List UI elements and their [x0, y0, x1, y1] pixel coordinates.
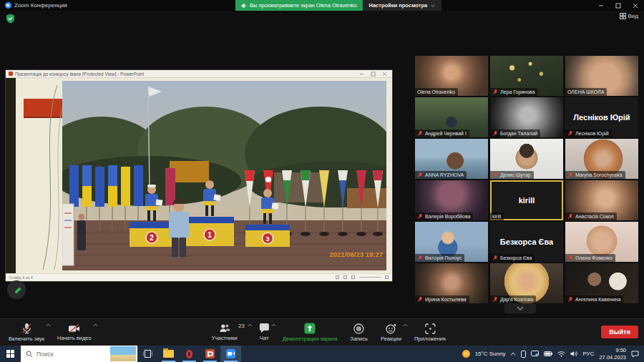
- ppt-restore-icon[interactable]: [371, 72, 376, 77]
- participant-tile[interactable]: Maryna Sorochynska: [565, 139, 638, 179]
- participant-tile[interactable]: Лесніков Юрій Лесніков Юрій: [565, 97, 638, 137]
- participant-tile-active-speaker[interactable]: kirill kirill: [490, 180, 563, 220]
- participant-tile[interactable]: Валерія Воробйова: [415, 180, 488, 220]
- weather-text[interactable]: 15°C Sunny: [475, 351, 506, 357]
- mic-muted-icon: [21, 323, 32, 334]
- clock[interactable]: 9:50 27.04.2023: [599, 347, 626, 361]
- camera-off-icon: [68, 323, 80, 333]
- share-screen-button[interactable]: Демонстрация экрана: [277, 319, 345, 346]
- participant-tile[interactable]: Анастасія Сокол: [565, 180, 638, 220]
- participant-name-label: Денис Шутар: [490, 171, 534, 179]
- meeting-info-shield-icon[interactable]: [6, 14, 15, 26]
- mic-muted-icon: [567, 214, 573, 220]
- slide-counter: Слайд 4 из 4: [9, 275, 33, 280]
- action-center-icon[interactable]: [631, 351, 639, 358]
- apps-button[interactable]: Приложения: [409, 319, 453, 346]
- participant-name-label: Андрей Чернвай І: [415, 129, 469, 137]
- participants-icon: [219, 323, 230, 333]
- battery-icon[interactable]: [544, 351, 552, 356]
- ppt-view-controls[interactable]: [336, 275, 389, 279]
- tray-expand-icon[interactable]: [510, 352, 516, 356]
- participant-name-label: Валерія Воробйова: [415, 212, 473, 220]
- annotate-button[interactable]: [7, 280, 26, 299]
- speaker-icon[interactable]: [570, 351, 577, 357]
- participant-name-label: Олена Фоменко: [565, 254, 615, 262]
- chevron-up-icon[interactable]: [46, 323, 51, 327]
- ppt-close-icon[interactable]: [382, 72, 387, 77]
- file-explorer-button[interactable]: [158, 346, 179, 362]
- svg-text:1: 1: [208, 231, 212, 239]
- participant-tile[interactable]: Дар'я Козлова: [490, 263, 563, 303]
- mic-muted-icon: [417, 172, 423, 178]
- mic-muted-icon: [492, 89, 498, 95]
- participant-name-label: ОЛЕНА ШКОЛА: [565, 88, 607, 96]
- powerpoint-statusbar: Слайд 4 из 4: [6, 273, 392, 280]
- participant-tile[interactable]: Олена Фоменко: [565, 222, 638, 262]
- participants-button[interactable]: Участники 23: [206, 319, 253, 346]
- window-title: Zoom Конференция: [14, 2, 67, 9]
- chat-button[interactable]: Чат: [253, 319, 277, 346]
- zoom-app-icon: [226, 349, 235, 358]
- slide-photo: 2 1 3: [62, 81, 386, 270]
- participant-tile[interactable]: Богдан Талалай: [490, 97, 563, 137]
- phone-icon[interactable]: [521, 351, 526, 358]
- chevron-up-icon[interactable]: [93, 323, 98, 327]
- more-participants-button[interactable]: [504, 303, 536, 313]
- weather-sun-icon[interactable]: [462, 350, 470, 358]
- search-icon: [26, 351, 33, 358]
- time-text: 9:50: [599, 347, 626, 353]
- powerpoint-titlebar: Презентація до конкурсу Івана [Protected…: [6, 70, 392, 78]
- cast-icon[interactable]: [531, 351, 539, 357]
- leave-button[interactable]: Выйти: [601, 326, 638, 338]
- start-button[interactable]: [0, 346, 21, 362]
- system-tray: 15°C Sunny РУС 9:50 27.04.2023: [462, 346, 644, 362]
- view-settings-button[interactable]: Настройки просмотра: [362, 0, 441, 11]
- zoom-app-button[interactable]: [220, 346, 241, 362]
- windows-taskbar: 15°C Sunny РУС 9:50 27.04.2023: [0, 346, 644, 362]
- participant-tile[interactable]: Вікторія Полоус: [415, 222, 488, 262]
- start-video-button[interactable]: Начать видео: [52, 319, 99, 346]
- participant-name-label: kirill: [490, 212, 504, 220]
- reactions-icon: [386, 323, 396, 334]
- participant-name-label: Анастасія Сокол: [565, 212, 617, 220]
- app-title-area: Zoom Конференция: [0, 2, 67, 9]
- close-button[interactable]: [627, 0, 644, 11]
- mic-muted-icon: [417, 131, 423, 137]
- powerpoint-file-icon: [9, 72, 13, 76]
- participant-tile[interactable]: Ирина Костылева: [415, 263, 488, 303]
- participant-tile[interactable]: Денис Шутар: [490, 139, 563, 179]
- wifi-icon[interactable]: [557, 351, 565, 357]
- participant-name-label: Ангелина Кавенина: [565, 295, 623, 303]
- maximize-button[interactable]: [610, 0, 627, 11]
- participant-tile[interactable]: ОЛЕНА ШКОЛА: [565, 56, 638, 96]
- unmute-button[interactable]: Включить звук: [3, 319, 52, 346]
- search-highlight-thumbnail[interactable]: [110, 346, 136, 361]
- task-view-button[interactable]: [137, 346, 158, 362]
- taskbar-search[interactable]: [21, 346, 137, 362]
- participant-tile[interactable]: ANNA RYZHOVA: [415, 139, 488, 179]
- mic-muted-icon: [567, 255, 573, 261]
- chevron-up-icon[interactable]: [271, 323, 276, 327]
- folder-icon: [163, 350, 174, 358]
- opera-button[interactable]: [179, 346, 200, 362]
- search-input[interactable]: [36, 351, 99, 358]
- ppt-minimize-icon[interactable]: [359, 72, 364, 77]
- record-button[interactable]: Запись: [344, 319, 375, 346]
- powerpoint-button[interactable]: [200, 346, 220, 362]
- participant-tile[interactable]: Ангелина Кавенина: [565, 263, 638, 303]
- chevron-up-icon[interactable]: [248, 323, 253, 327]
- view-button[interactable]: Вид: [620, 13, 638, 19]
- minimize-button[interactable]: [592, 0, 610, 11]
- participant-tile[interactable]: Безкорса Єва Безкорса Єва: [490, 222, 563, 262]
- participant-tile[interactable]: Olena Otravenko: [415, 56, 488, 96]
- participant-name-label: Дар'я Козлова: [490, 295, 536, 303]
- language-indicator[interactable]: РУС: [582, 351, 594, 357]
- chevron-up-icon[interactable]: [403, 323, 408, 327]
- window-titlebar: Zoom Конференция Вы просматриваете экран…: [0, 0, 644, 11]
- powerpoint-title: Презентація до конкурсу Івана [Protected…: [15, 72, 144, 77]
- chevron-down-icon: [517, 306, 524, 310]
- reactions-button[interactable]: Реакции: [375, 319, 409, 346]
- participant-tile[interactable]: Лера Горянова: [490, 56, 563, 96]
- participant-name-label: ANNA RYZHOVA: [415, 171, 467, 179]
- participant-tile[interactable]: Андрей Чернвай І: [415, 97, 488, 137]
